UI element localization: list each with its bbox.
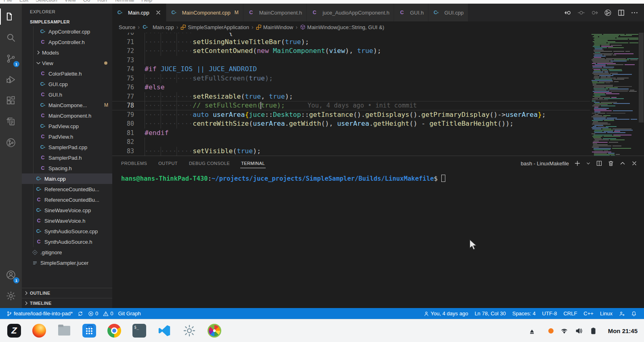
- tab-gui-cpp[interactable]: C+GUI.cpp: [428, 4, 468, 21]
- breadcrumb-mainwindow[interactable]: MainWindow: [256, 24, 293, 30]
- tab-juce-audioappcomponent-h[interactable]: Cjuce_AudioAppComponent.h: [307, 4, 394, 21]
- breadcrumb-simplesamplerapplication[interactable]: SimpleSamplerApplication: [180, 24, 249, 30]
- status-encoding[interactable]: UTF-8: [539, 310, 560, 317]
- tab-maincomponent-cpp[interactable]: C+MainComponent.cppM: [166, 4, 243, 21]
- editor-scrollbar[interactable]: [638, 33, 644, 156]
- tab-gui-h[interactable]: CGUI.h: [394, 4, 428, 21]
- wifi-icon[interactable]: [560, 327, 568, 335]
- add-icon[interactable]: [574, 160, 581, 167]
- taskbar-app-terminal-app[interactable]: $_: [132, 323, 147, 338]
- status-indentation[interactable]: Spaces: 4: [509, 310, 539, 317]
- breadcrumb-main-cpp[interactable]: C+Main.cpp: [142, 24, 174, 30]
- status-git-branch[interactable]: feature/load-file-into-pad*: [4, 310, 75, 317]
- nav-forward-icon[interactable]: [591, 9, 598, 17]
- scrollbar-thumb[interactable]: [639, 33, 644, 122]
- taskbar-app-settings-app[interactable]: [182, 323, 197, 338]
- split-editor-icon[interactable]: [617, 9, 625, 17]
- file-item-simplesampler-jucer[interactable]: SimpleSampler.jucer: [22, 258, 112, 268]
- taskbar-clock[interactable]: Mon 21:45: [608, 327, 638, 334]
- menu-view[interactable]: View: [61, 0, 80, 4]
- breadcrumb-mainwindow-juce-string-gui[interactable]: MainWindow(juce::String, GUI &): [300, 24, 384, 30]
- breadcrumb-source[interactable]: Source: [119, 24, 135, 30]
- file-item-main-cpp[interactable]: C+Main.cpp: [22, 173, 112, 184]
- taskbar-app-software-store[interactable]: [82, 323, 97, 338]
- panel-tab-output[interactable]: OUTPUT: [157, 158, 178, 168]
- eject-icon[interactable]: [528, 327, 536, 335]
- taskbar-app-file-manager[interactable]: [57, 323, 72, 338]
- file-item-maincompone[interactable]: C+MainCompone...M: [22, 100, 112, 110]
- status-language-mode[interactable]: C++: [580, 310, 597, 317]
- status-warnings[interactable]: 0: [101, 310, 115, 317]
- code-editor[interactable]: 70············ {71············setUsingNa…: [112, 33, 644, 156]
- file-item-padview-cpp[interactable]: C+PadView.cpp: [22, 121, 112, 131]
- taskbar-app-firefox[interactable]: [31, 323, 47, 338]
- minimap[interactable]: [590, 33, 638, 156]
- more-actions-icon[interactable]: [631, 9, 638, 17]
- sidebar-section-simplesampler[interactable]: SIMPLESAMPLER: [22, 17, 112, 26]
- activity-git-graph[interactable]: [0, 132, 22, 153]
- trash-icon[interactable]: [608, 160, 614, 167]
- menu-edit[interactable]: Edit: [16, 0, 32, 4]
- status-blame[interactable]: You, 4 days ago: [420, 310, 472, 317]
- file-item-synthaudiosource-cpp[interactable]: C+SynthAudioSource.cpp: [22, 226, 112, 236]
- activity-source-control[interactable]: 1: [0, 48, 22, 69]
- file-item-samplerpad-cpp[interactable]: C+SamplerPad.cpp: [22, 142, 112, 152]
- activity-settings[interactable]: [0, 285, 22, 306]
- file-item-referencecountedbu[interactable]: C+ReferenceCountedBu...: [22, 184, 112, 194]
- file-item-referencecountedbu[interactable]: CReferenceCountedBu...: [22, 194, 112, 205]
- folder-item-view[interactable]: View: [22, 58, 112, 68]
- more-actions-icon[interactable]: [101, 8, 107, 15]
- file-item-padview-h[interactable]: CPadView.h: [22, 131, 112, 142]
- terminal[interactable]: hans@hans-ThinkPad-T430:~/projects/juce_…: [112, 171, 644, 308]
- file-item-spacing-h[interactable]: CSpacing.h: [22, 163, 112, 173]
- panel-tab-debug-console[interactable]: DEBUG CONSOLE: [188, 158, 231, 168]
- menu-help[interactable]: Help: [138, 0, 156, 4]
- sidebar-section-outline[interactable]: OUTLINE: [22, 288, 112, 298]
- chevron-down-icon[interactable]: [586, 160, 591, 167]
- activity-extensions[interactable]: [0, 90, 22, 111]
- taskbar-app-color-wheel-app[interactable]: [207, 323, 222, 338]
- file-item-samplerpad-h[interactable]: CSamplerPad.h: [22, 152, 112, 163]
- status-cursor-position[interactable]: Ln 78, Col 30: [471, 310, 509, 317]
- status-errors[interactable]: 0: [86, 310, 101, 317]
- menu-go[interactable]: Go: [80, 0, 94, 4]
- tab-main-cpp[interactable]: C+Main.cpp: [112, 4, 166, 21]
- taskbar-app-zorin-menu[interactable]: Z: [6, 323, 22, 338]
- file-item-sinewavevoice-cpp[interactable]: C+SineWaveVoice.cpp: [22, 205, 112, 215]
- status-git-graph[interactable]: Git Graph: [115, 310, 143, 317]
- close-icon[interactable]: [155, 9, 162, 16]
- panel-tab-terminal[interactable]: TERMINAL: [240, 158, 266, 168]
- menu-selection[interactable]: Selection: [32, 0, 61, 4]
- activity-search[interactable]: [0, 27, 22, 48]
- tab-maincomponent-h[interactable]: CMainComponent.h: [243, 4, 306, 21]
- taskbar-app-chrome[interactable]: [107, 323, 122, 338]
- status-platform[interactable]: Linux: [597, 310, 616, 317]
- file-item-gui-cpp[interactable]: C+GUI.cpp: [22, 79, 112, 89]
- activity-run-debug[interactable]: [0, 69, 22, 90]
- git-graph-icon[interactable]: [604, 9, 612, 17]
- menu-run[interactable]: Run: [94, 0, 111, 4]
- status-eol[interactable]: CRLF: [560, 310, 580, 317]
- nav-circle-icon[interactable]: [577, 9, 585, 17]
- activity-accounts[interactable]: 1: [0, 264, 22, 285]
- volume-icon[interactable]: [575, 327, 583, 335]
- terminal-session[interactable]: bash - LinuxMakefile: [512, 160, 569, 167]
- file-item-sinewavevoice-h[interactable]: CSineWaveVoice.h: [22, 215, 112, 226]
- taskbar-app-vscode[interactable]: [157, 323, 172, 338]
- status-notifications[interactable]: [628, 311, 640, 317]
- battery-icon[interactable]: [589, 327, 597, 335]
- file-item-appcontroller-cpp[interactable]: C+AppController.cpp: [22, 26, 112, 37]
- file-item-gui-h[interactable]: CGUI.h: [22, 89, 112, 100]
- folder-item-models[interactable]: Models: [22, 47, 112, 58]
- file-item-maincomponent-h[interactable]: CMainComponent.h: [22, 110, 112, 121]
- close-icon[interactable]: [631, 160, 638, 167]
- activity-explorer[interactable]: [0, 6, 22, 27]
- activity-docs-sync[interactable]: [0, 111, 22, 132]
- chevron-up-icon[interactable]: [619, 160, 626, 167]
- status-sync[interactable]: [75, 311, 86, 317]
- split-icon[interactable]: [596, 160, 602, 167]
- menu-terminal[interactable]: Terminal: [111, 0, 138, 4]
- menu-file[interactable]: File: [0, 0, 16, 4]
- nav-back-icon[interactable]: [564, 9, 572, 17]
- file-item-appcontroller-h[interactable]: CAppController.h: [22, 37, 112, 47]
